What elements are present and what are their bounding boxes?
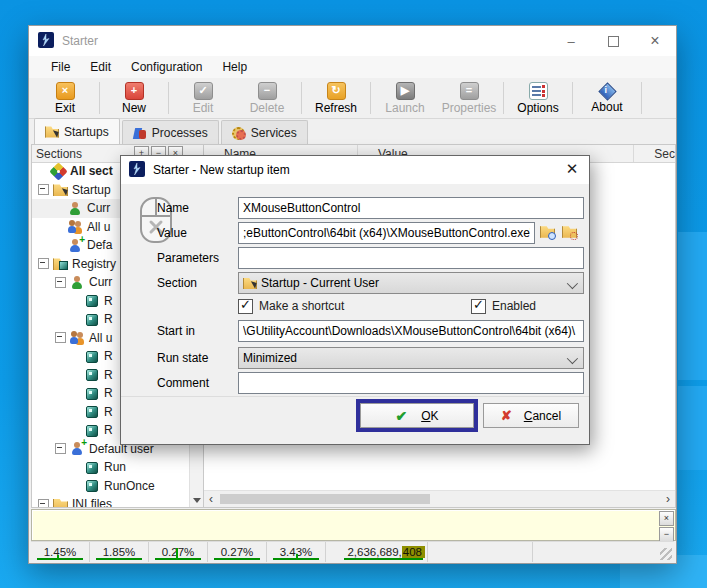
minimize-button[interactable]: – [550,26,592,56]
parameters-input[interactable] [238,247,584,269]
cpu-bar [96,558,142,560]
new-startup-item-dialog: Starter - New startup item ✕ Name Value … [120,155,590,445]
dialog-close-button[interactable]: ✕ [559,159,585,179]
toolbar-separator [301,82,302,114]
resize-grip[interactable] [660,548,672,560]
enabled-checkbox[interactable]: Enabled [471,298,536,314]
checkbox-checked-icon[interactable] [471,299,486,314]
window-title: Starter [62,34,98,48]
menu-edit[interactable]: Edit [80,60,121,74]
runstate-label: Run state [157,351,208,365]
new-button[interactable]: + New [102,78,166,118]
scroll-left-arrow-icon[interactable]: ‹ [204,492,218,506]
make-shortcut-checkbox[interactable]: Make a shortcut [238,298,344,314]
collapse-icon[interactable] [38,258,49,269]
list-horizontal-scrollbar[interactable]: ‹ › [204,490,675,507]
toolbar-separator [99,82,100,114]
user-icon [70,275,85,290]
window-titlebar[interactable]: Starter – × [29,26,676,56]
maximize-button[interactable] [592,26,634,56]
menu-configuration[interactable]: Configuration [121,60,212,74]
edit-button: ✓ Edit [171,78,235,118]
checkbox-checked-icon[interactable] [238,299,253,314]
collapse-icon[interactable] [38,184,49,195]
menu-bar: File Edit Configuration Help [29,56,676,79]
users-icon [70,330,85,345]
toolbar-separator [572,82,573,114]
registry-key-icon [85,293,100,308]
close-button[interactable]: × [634,26,676,56]
collapse-icon[interactable] [38,499,49,507]
collapse-icon[interactable] [55,332,66,343]
about-button[interactable]: i About [575,78,639,118]
section-folder-icon [243,276,257,290]
user-icon [68,201,83,216]
refresh-icon: ↻ [327,82,346,100]
status-bar: 1.45% 1.85% 0.27% 0.27% 3.43% 2,636,689,… [31,541,674,562]
menu-file[interactable]: File [41,60,80,74]
menu-help[interactable]: Help [212,60,257,74]
dialog-titlebar[interactable]: Starter - New startup item [121,156,589,184]
panel-minimize-button[interactable]: − [659,527,674,542]
name-input[interactable] [238,197,584,219]
chevron-down-icon [567,353,578,364]
registry-key-icon [85,349,100,364]
browse-file-button[interactable] [540,224,558,242]
browse-folder-gear-icon [562,224,577,239]
options-button[interactable]: Options [506,78,570,118]
ok-button[interactable]: ✔ OK [360,403,474,428]
cancel-button[interactable]: ✘ Cancel [483,403,579,428]
registry-key-icon [85,460,100,475]
section-label: Section [157,276,197,290]
parameters-label: Parameters [157,251,219,265]
wallpaper-pane [678,232,707,380]
browse-special-button[interactable] [562,224,580,242]
tree-item-run[interactable]: Run [32,458,190,477]
options-icon [529,82,548,100]
properties-icon: = [460,82,479,100]
memory-cell: 2,636,689,408 [326,542,428,562]
about-icon: i [599,83,616,99]
app-icon [129,161,145,180]
cpu-bar [37,558,83,560]
toolbar-separator [370,82,371,114]
memory-highlight: 408 [402,546,425,558]
launch-button: ▶ Launch [373,78,437,118]
maximize-icon [608,36,619,47]
refresh-button[interactable]: ↻ Refresh [304,78,368,118]
ok-check-icon: ✔ [395,408,407,424]
panel-close-button[interactable]: × [659,511,674,526]
scroll-down-arrow-icon[interactable] [193,498,201,503]
tree-item-ini-files[interactable]: INI files [32,495,190,507]
exit-button[interactable]: × Exit [33,78,97,118]
delete-icon: − [258,82,277,100]
scrollbar-thumb[interactable] [220,494,430,504]
value-input[interactable] [238,222,535,244]
comment-label: Comment [157,376,209,390]
registry-key-icon [85,386,100,401]
tree-item-runonce[interactable]: RunOnce [32,477,190,496]
registry-key-icon [85,312,100,327]
cpu-tick [176,548,178,559]
tab-services[interactable]: Services [221,120,308,144]
tab-startups[interactable]: Startups [34,118,120,145]
collapse-icon[interactable] [55,277,66,288]
collapse-icon[interactable] [55,443,66,454]
cpu-cell: 0.27% [149,542,208,562]
dialog-title: Starter - New startup item [153,163,290,177]
comment-input[interactable] [238,372,584,394]
registry-key-icon [85,423,100,438]
cpu-tick [296,554,298,559]
column-section[interactable]: Sec [634,145,675,162]
desktop: Starter – × File Edit Configuration Help… [0,0,707,588]
section-dropdown[interactable]: Startup - Current User [238,272,584,294]
registry-key-icon [85,367,100,382]
cpu-bar [214,558,260,560]
tab-processes[interactable]: Processes [122,120,219,144]
registry-key-icon [85,478,100,493]
status-cell-empty [533,542,674,562]
cpu-cell: 1.45% [31,542,90,562]
runstate-dropdown[interactable]: Minimized [238,347,584,369]
startin-input[interactable] [238,320,584,342]
scroll-right-arrow-icon[interactable]: › [661,492,675,506]
